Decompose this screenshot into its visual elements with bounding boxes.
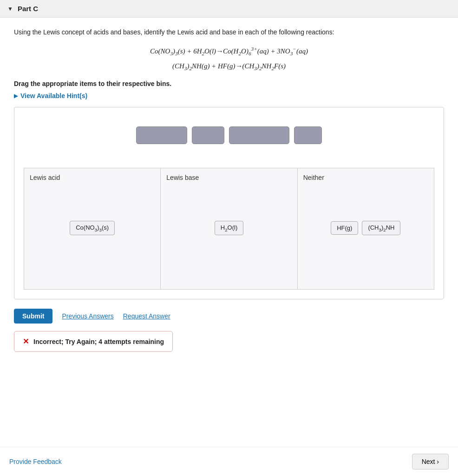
result-icon: ✕ xyxy=(23,337,29,346)
equation-1: Co(NO3)3(s) + 6H2O(l)→Co(H2O)63+(aq) + 3… xyxy=(14,44,444,59)
hint-arrow-icon: ▶ xyxy=(14,93,18,99)
hint-link[interactable]: ▶ View Available Hint(s) xyxy=(14,92,444,99)
hint-label: View Available Hint(s) xyxy=(20,92,87,99)
drag-area: Lewis acid Co(NO3)3(s) Lewis base H2O(l) xyxy=(14,107,444,299)
drag-placeholder-2[interactable] xyxy=(192,126,224,144)
bins-row: Lewis acid Co(NO3)3(s) Lewis base H2O(l) xyxy=(24,168,434,290)
collapse-chevron[interactable]: ▼ xyxy=(7,6,13,12)
feedback-link[interactable]: Provide Feedback xyxy=(9,458,62,465)
bin-neither-items: HF(g) (CH3)2NH xyxy=(303,186,428,256)
next-button[interactable]: Next › xyxy=(412,454,449,469)
drag-instruction: Drag the appropriate items to their resp… xyxy=(14,80,444,87)
chip-ch3-nh[interactable]: (CH3)2NH xyxy=(362,221,400,236)
chip-hf[interactable]: HF(g) xyxy=(331,221,358,235)
drag-placeholder-4[interactable] xyxy=(294,126,322,144)
result-text: Incorrect; Try Again; 4 attempts remaini… xyxy=(33,338,164,345)
bin-lewis-base-items: H2O(l) xyxy=(166,186,291,256)
result-box: ✕ Incorrect; Try Again; 4 attempts remai… xyxy=(14,331,173,352)
instructions-text: Using the Lewis concept of acids and bas… xyxy=(14,27,444,37)
drag-placeholder-1[interactable] xyxy=(136,126,187,144)
bin-neither[interactable]: Neither HF(g) (CH3)2NH xyxy=(298,168,434,289)
equation-2: (CH3)2NH(g) + HF(g)→(CH3)2NH2F(s) xyxy=(14,59,444,74)
drag-items-zone xyxy=(24,117,434,154)
chip-h2o[interactable]: H2O(l) xyxy=(215,221,244,236)
main-content: Using the Lewis concept of acids and bas… xyxy=(0,18,458,370)
bin-lewis-acid-items: Co(NO3)3(s) xyxy=(30,186,155,256)
footer: Provide Feedback Next › xyxy=(0,447,458,476)
part-header: ▼ Part C xyxy=(0,0,458,18)
submit-button[interactable]: Submit xyxy=(14,309,52,324)
bin-lewis-acid-label: Lewis acid xyxy=(30,174,155,181)
request-answer-button[interactable]: Request Answer xyxy=(123,312,170,320)
bin-lewis-base[interactable]: Lewis base H2O(l) xyxy=(161,168,297,289)
bin-lewis-acid[interactable]: Lewis acid Co(NO3)3(s) xyxy=(24,168,161,289)
action-row: Submit Previous Answers Request Answer xyxy=(14,309,444,324)
drag-placeholder-3[interactable] xyxy=(229,126,289,144)
bin-neither-label: Neither xyxy=(303,174,428,181)
equations-block: Co(NO3)3(s) + 6H2O(l)→Co(H2O)63+(aq) + 3… xyxy=(14,44,444,73)
part-title: Part C xyxy=(18,5,38,13)
bin-lewis-base-label: Lewis base xyxy=(166,174,291,181)
chip-co-no3[interactable]: Co(NO3)3(s) xyxy=(70,221,115,236)
previous-answers-button[interactable]: Previous Answers xyxy=(62,312,113,320)
